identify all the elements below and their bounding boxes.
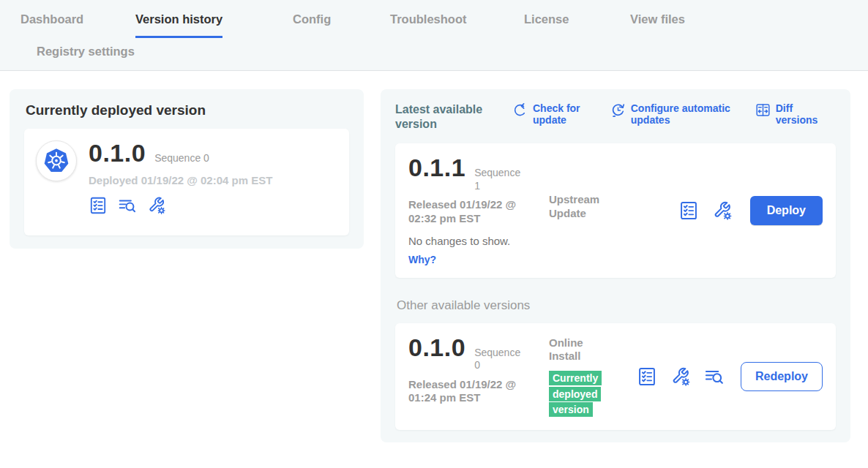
deployed-sequence-label: Sequence 0 (154, 152, 209, 165)
tab-license[interactable]: License (524, 12, 569, 36)
other-sequence-label: Sequence 0 (474, 347, 525, 372)
configure-automatic-updates-label: Configure automatic updates (631, 102, 738, 126)
tab-troubleshoot[interactable]: Troubleshoot (390, 12, 467, 36)
deployed-timestamp: Deployed 01/19/22 @ 02:04 pm EST (89, 174, 272, 186)
tab-registry-settings[interactable]: Registry settings (37, 45, 135, 68)
latest-sequence-label: Sequence 1 (474, 167, 525, 192)
config-wrench-icon[interactable] (712, 200, 733, 221)
no-changes-note: No changes to show. (408, 235, 549, 247)
tab-config[interactable]: Config (293, 12, 331, 36)
tab-version-history[interactable]: Version history (135, 12, 222, 38)
redeploy-button[interactable]: Redeploy (741, 362, 823, 391)
check-for-update-link[interactable]: Check for update (512, 102, 584, 126)
latest-source-label: Upstream Update (549, 193, 610, 221)
diff-icon (755, 102, 771, 118)
deploy-logs-icon[interactable] (704, 366, 725, 387)
preflight-checklist-icon[interactable] (637, 366, 657, 387)
deploy-button[interactable]: Deploy (750, 196, 823, 225)
other-version-card: 0.1.0 Sequence 0 Released 01/19/22 @ 01:… (395, 323, 836, 431)
other-available-versions-heading: Other available versions (397, 298, 836, 313)
currently-deployed-title: Currently deployed version (26, 102, 349, 118)
kubernetes-logo-icon (36, 140, 77, 181)
config-wrench-icon[interactable] (670, 366, 691, 387)
deployed-version-number: 0.1.0 (89, 140, 146, 167)
deploy-logs-icon[interactable] (118, 196, 137, 215)
updates-header: Latest available version Check for updat… (395, 102, 836, 131)
available-versions-panel: Latest available version Check for updat… (381, 89, 850, 442)
preflight-checklist-icon[interactable] (678, 200, 699, 221)
latest-version-number: 0.1.1 (408, 155, 465, 181)
check-for-update-label: Check for update (533, 102, 584, 126)
preflight-checklist-icon[interactable] (89, 196, 108, 215)
latest-available-title: Latest available version (395, 102, 496, 131)
tab-view-files[interactable]: View files (630, 12, 685, 36)
configure-automatic-updates-link[interactable]: Configure automatic updates (610, 102, 738, 126)
deployed-version-card: 0.1.0 Sequence 0 Deployed 01/19/22 @ 02:… (24, 129, 349, 235)
other-version-number: 0.1.0 (408, 335, 465, 361)
tab-dashboard[interactable]: Dashboard (20, 12, 83, 36)
top-navigation: Dashboard Version history Config Trouble… (0, 0, 868, 71)
why-link[interactable]: Why? (408, 254, 436, 265)
auto-update-icon (610, 102, 626, 118)
currently-deployed-panel: Currently deployed version 0.1.0 Sequenc… (10, 89, 364, 249)
currently-deployed-badge: Currently deployed version (549, 371, 602, 417)
other-source-label: Online Install (549, 336, 610, 364)
other-released-timestamp: Released 01/19/22 @ 01:24 pm EST (408, 378, 539, 406)
refresh-icon (512, 102, 528, 118)
latest-released-timestamp: Released 01/19/22 @ 02:32 pm EST (408, 198, 539, 226)
config-wrench-icon[interactable] (147, 196, 166, 215)
diff-versions-label: Diff versions (776, 102, 836, 126)
diff-versions-link[interactable]: Diff versions (755, 102, 836, 126)
latest-version-card: 0.1.1 Sequence 1 Released 01/19/22 @ 02:… (395, 143, 836, 278)
